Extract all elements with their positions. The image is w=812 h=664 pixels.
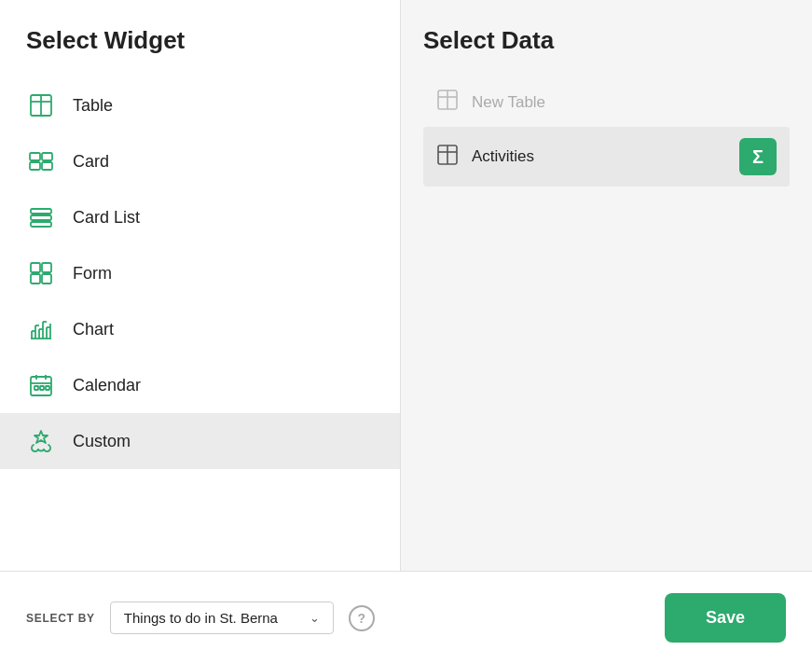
svg-rect-11 [42, 263, 51, 272]
widget-item-card[interactable]: Card [0, 133, 400, 189]
table-icon [26, 90, 56, 120]
sigma-button[interactable]: Σ [739, 138, 777, 175]
svg-rect-8 [31, 215, 51, 220]
widget-label-card: Card [73, 152, 109, 172]
svg-rect-31 [40, 386, 44, 390]
svg-rect-6 [42, 162, 52, 170]
right-panel-title: Select Data [423, 26, 790, 55]
widget-item-calendar[interactable]: Calendar [0, 357, 400, 413]
custom-icon [26, 426, 56, 456]
svg-rect-3 [30, 153, 40, 160]
svg-rect-13 [42, 274, 51, 284]
widget-item-chart[interactable]: Chart [0, 301, 400, 357]
svg-rect-32 [46, 386, 49, 390]
widget-item-table[interactable]: Table [0, 77, 400, 133]
main-area: Select Widget Table [0, 0, 812, 571]
widget-label-chart: Chart [73, 320, 114, 339]
card-icon [26, 146, 56, 176]
svg-rect-5 [30, 162, 40, 170]
footer: SELECT BY Things to do in St. Berna ⌄ ? … [0, 571, 812, 664]
widget-label-card-list: Card List [73, 208, 140, 228]
dropdown-value: Things to do in St. Berna [124, 610, 300, 626]
help-icon[interactable]: ? [349, 605, 375, 631]
widget-label-calendar: Calendar [73, 376, 141, 395]
chevron-down-icon: ⌄ [310, 611, 320, 625]
widget-item-custom[interactable]: Custom [0, 413, 400, 469]
save-button[interactable]: Save [665, 593, 786, 643]
data-list: New Table Activities Σ [423, 77, 790, 187]
form-icon [26, 258, 56, 288]
widget-item-form[interactable]: Form [0, 245, 400, 301]
activities-row: Activities [436, 144, 739, 171]
left-panel-title: Select Widget [0, 26, 400, 77]
data-item-activities[interactable]: Activities Σ [423, 127, 790, 187]
svg-rect-30 [34, 386, 38, 390]
widget-list: Table Card [0, 77, 400, 571]
card-list-icon [26, 202, 56, 232]
data-label-activities: Activities [472, 147, 534, 166]
chart-icon [26, 314, 56, 344]
svg-rect-4 [42, 153, 52, 160]
left-panel: Select Widget Table [0, 0, 401, 571]
data-item-new-table[interactable]: New Table [423, 77, 790, 127]
widget-label-form: Form [73, 264, 112, 284]
right-panel: Select Data New Table [401, 0, 812, 571]
data-label-new-table: New Table [472, 93, 545, 112]
svg-rect-9 [31, 222, 51, 227]
select-by-label: SELECT BY [26, 612, 95, 625]
widget-label-custom: Custom [73, 432, 131, 451]
help-label: ? [358, 611, 366, 626]
svg-rect-7 [31, 209, 51, 214]
svg-rect-10 [31, 263, 40, 272]
calendar-icon [26, 370, 56, 400]
widget-item-card-list[interactable]: Card List [0, 189, 400, 245]
widget-label-table: Table [73, 96, 113, 116]
new-table-icon [436, 89, 459, 116]
svg-rect-12 [31, 274, 40, 284]
select-by-dropdown[interactable]: Things to do in St. Berna ⌄ [110, 602, 334, 634]
activities-icon [436, 144, 459, 171]
